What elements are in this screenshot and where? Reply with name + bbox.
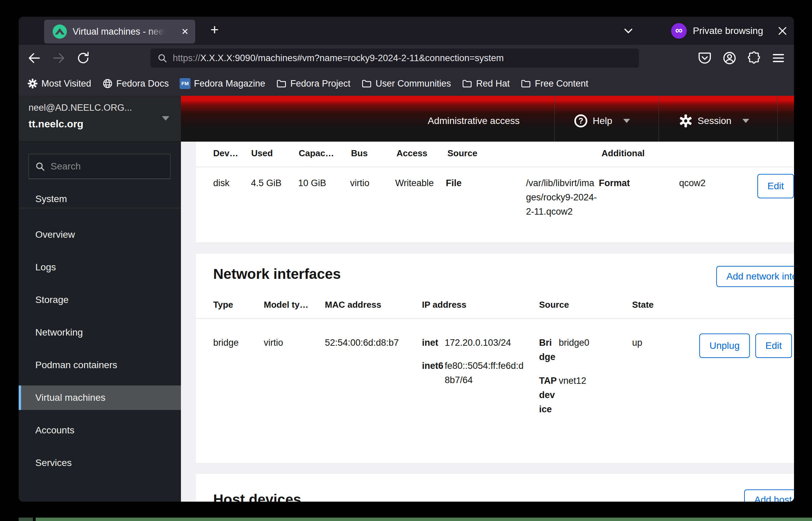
url-text[interactable]: https://X.X.X.X:9090/machines#vm?name=ro… (173, 49, 504, 68)
help-menu[interactable]: ? Help (574, 96, 630, 142)
disk-source-label: File (446, 176, 526, 190)
disk-bus: virtio (350, 176, 395, 190)
vm-details-page: Dev… Used Capac… Bus Access Source Addit… (181, 142, 794, 502)
masthead-divider (659, 96, 659, 142)
bookmark-most-visited[interactable]: Most Visited (27, 78, 91, 89)
bookmarks-toolbar: Most Visited Fedora Docs FM Fedora Magaz… (19, 71, 794, 96)
nic-source: Bridgebridge0 TAP devicevnet12 (539, 336, 632, 416)
extensions-icon[interactable] (746, 51, 761, 66)
url-rest: X.X.X.X:9090/machines#vm?name=rocky9-202… (200, 53, 504, 63)
masthead-divider (777, 96, 778, 142)
network-table-header: Type Model ty… MAC address IP address So… (196, 293, 794, 319)
col-capacity: Capac… (299, 142, 351, 167)
inet-label: inet (422, 336, 445, 350)
help-label: Help (593, 115, 612, 126)
sidebar-search[interactable] (29, 154, 170, 179)
tab-close-icon[interactable]: ✕ (180, 26, 190, 37)
window-close-icon[interactable] (776, 24, 789, 38)
new-tab-button[interactable]: + (206, 22, 223, 39)
nic-unplug-button[interactable]: Unplug (699, 334, 750, 358)
bookmark-label: Fedora Docs (116, 78, 169, 89)
chevron-down-icon (162, 116, 169, 121)
host-name: tt.neelc.org (29, 118, 84, 130)
disk-format-value: qcow2 (679, 176, 757, 190)
logged-in-user: neel@AD.NEELC.ORG... (29, 103, 161, 113)
col-source: Source (539, 291, 632, 318)
bookmark-user-communities[interactable]: User Communities (361, 78, 451, 89)
tab-title-fade (146, 20, 169, 43)
disks-card: Dev… Used Capac… Bus Access Source Addit… (196, 142, 794, 242)
sidebar-item-logs[interactable]: Logs (19, 251, 181, 284)
cockpit-sidebar: neel@AD.NEELC.ORG... tt.neelc.org System… (19, 96, 181, 502)
globe-icon (102, 78, 113, 89)
col-mac-address: MAC address (325, 291, 422, 318)
nic-state: up (632, 336, 699, 350)
back-icon[interactable] (27, 51, 42, 66)
pocket-icon[interactable] (697, 51, 712, 66)
private-browsing-icon: ∞ (671, 23, 687, 39)
nic-edit-button[interactable]: Edit (755, 334, 792, 358)
desktop-edge (36, 518, 812, 521)
rocky-linux-favicon (52, 24, 67, 39)
firefox-window: Virtual machines - neel@AD.NEELC.ORG ✕ +… (19, 17, 794, 502)
chevron-down-icon (623, 119, 630, 123)
list-tabs-chevron-icon[interactable] (622, 24, 635, 38)
disk-device: disk (213, 176, 251, 190)
bookmark-fedora-magazine[interactable]: FM Fedora Magazine (180, 78, 265, 89)
sidebar-item-virtual-machines[interactable]: Virtual machines (19, 381, 181, 414)
fm-favicon: FM (180, 78, 190, 89)
hamburger-menu-icon[interactable] (771, 51, 786, 66)
bookmark-label: Fedora Magazine (194, 78, 265, 89)
sidebar-nav: Overview Logs Storage Networking Podman … (19, 218, 181, 479)
tap-device-value: vnet12 (559, 374, 586, 416)
add-network-interface-button[interactable]: Add network interface (716, 266, 794, 287)
col-used: Used (251, 142, 299, 167)
sidebar-item-accounts[interactable]: Accounts (19, 414, 181, 447)
chevron-down-icon (742, 119, 749, 123)
sidebar-item-networking[interactable]: Networking (19, 316, 181, 349)
bridge-value: bridge0 (559, 336, 589, 364)
bookmark-free-content[interactable]: Free Content (520, 78, 588, 89)
disk-format-label: Format (599, 176, 679, 190)
administrative-access-button[interactable]: Administrative access (428, 96, 520, 142)
masthead-divider (554, 96, 555, 142)
reload-icon[interactable] (76, 51, 91, 66)
navigation-toolbar: https://X.X.X.X:9090/machines#vm?name=ro… (19, 45, 794, 71)
nic-ip-address: inet172.20.0.103/24 inet6fe80::5054:ff:f… (422, 336, 539, 387)
bookmark-fedora-docs[interactable]: Fedora Docs (102, 78, 169, 89)
session-menu[interactable]: Session (679, 96, 749, 142)
disk-edit-button[interactable]: Edit (757, 174, 794, 198)
tab-virtual-machines[interactable]: Virtual machines - neel@AD.NEELC.ORG ✕ (44, 20, 195, 43)
sidebar-item-podman-containers[interactable]: Podman containers (19, 349, 181, 381)
search-input[interactable] (51, 161, 163, 172)
url-scheme: https:// (173, 53, 200, 63)
bookmark-fedora-project[interactable]: Fedora Project (276, 78, 350, 89)
url-bar[interactable]: https://X.X.X.X:9090/machines#vm?name=ro… (150, 49, 639, 68)
desktop-edge (19, 518, 33, 521)
inet6-label: inet6 (422, 359, 445, 387)
bookmark-label: Fedora Project (290, 78, 350, 89)
bookmark-label: User Communities (375, 78, 451, 89)
bookmark-red-hat[interactable]: Red Hat (462, 78, 510, 89)
nic-type: bridge (213, 336, 264, 350)
inet-value: 172.20.0.103/24 (445, 336, 526, 350)
col-ip-address: IP address (422, 291, 539, 318)
account-icon[interactable] (722, 51, 737, 66)
forward-icon[interactable] (51, 51, 66, 66)
sidebar-item-system[interactable]: System (35, 194, 67, 204)
search-icon (157, 53, 167, 63)
col-state: State (632, 291, 699, 318)
gear-icon (27, 78, 38, 89)
network-interface-row: bridge virtio 52:54:00:6d:d8:b7 inet172.… (196, 319, 794, 416)
sidebar-item-storage[interactable]: Storage (19, 284, 181, 316)
gear-icon (679, 114, 693, 128)
folder-icon (462, 78, 473, 89)
session-label: Session (698, 115, 732, 126)
disk-row: disk 4.5 GiB 10 GiB virtio Writeable Fil… (196, 167, 794, 219)
disk-used: 4.5 GiB (251, 176, 298, 190)
sidebar-item-services[interactable]: Services (19, 447, 181, 479)
add-host-device-button[interactable]: Add host device (744, 489, 794, 502)
bookmark-label: Red Hat (476, 78, 510, 89)
sidebar-item-overview[interactable]: Overview (19, 218, 181, 251)
host-switcher[interactable]: neel@AD.NEELC.ORG... tt.neelc.org (19, 96, 181, 142)
